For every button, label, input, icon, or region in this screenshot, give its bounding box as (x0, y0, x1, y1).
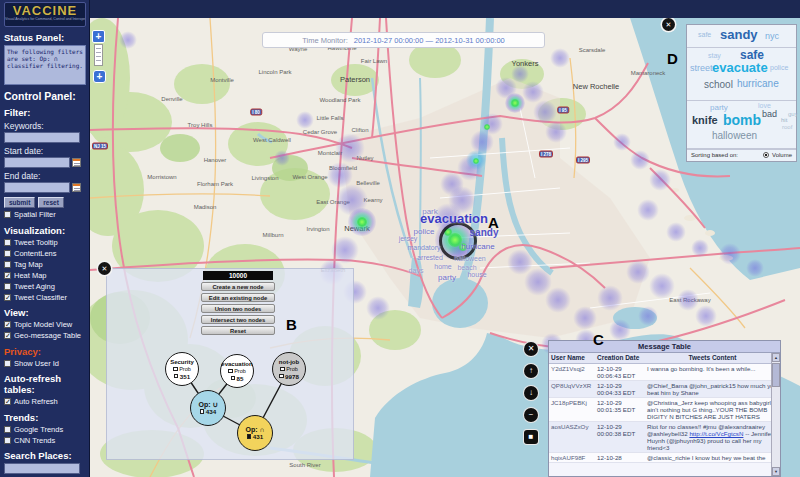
tagcloud-word-halloween[interactable]: halloween (712, 130, 757, 141)
node-select-checkbox[interactable] (200, 409, 205, 414)
geo-message-table-checkbox[interactable]: ✓ (4, 332, 11, 339)
viz-option-tweet-aging[interactable]: Tweet Aging (4, 282, 86, 292)
auto-refresh-checkbox[interactable]: ✓ (4, 398, 11, 405)
tagcloud-word-hurricane[interactable]: hurricane (737, 78, 779, 89)
table-row[interactable]: QP8UqVVzXR12-10-29 00:04:33 EDT@Chief_Ba… (549, 381, 780, 398)
scrollbar-thumb[interactable] (772, 363, 780, 387)
tagcloud-word-hit[interactable]: hit (781, 117, 787, 123)
keywords-input[interactable] (4, 132, 80, 143)
node-prob-checkbox[interactable] (228, 369, 233, 374)
view-option-topic-model-view[interactable]: ✓Topic Model View (4, 320, 86, 330)
message-table-title: Message Table (549, 341, 780, 353)
table-row[interactable]: aosUASZxOy12-10-29 00:00:38 EDTRiot for … (549, 422, 780, 453)
heat-map-checkbox[interactable]: ✓ (4, 272, 11, 279)
tagcloud-word-stay[interactable]: stay (708, 52, 721, 59)
table-row[interactable]: JC18pPEBKj12-10-29 00:01:35 EDT@Christin… (549, 398, 780, 422)
node-title: Op: ∩ (245, 426, 264, 433)
node-select-checkbox[interactable] (174, 374, 179, 379)
zoom-slider[interactable] (94, 44, 103, 66)
city-label: Florham Park (197, 181, 233, 187)
map-add-button[interactable]: + (93, 70, 106, 83)
tagcloud-word-roof[interactable]: roof (782, 124, 792, 130)
tweet-tooltip-checkbox[interactable] (4, 239, 11, 246)
cell-tweet-content: Riot for no classes!! #jmu @alexandraair… (645, 422, 780, 452)
viz-option-tweet-tooltip[interactable]: Tweet Tooltip (4, 238, 86, 248)
node-prob-checkbox[interactable] (173, 367, 178, 372)
node-select-checkbox[interactable] (247, 434, 252, 439)
tweet-link[interactable]: http://t.co/VcFgtcsN (689, 430, 743, 437)
zoom-in-button[interactable]: + (92, 30, 105, 43)
option-auto-refresh[interactable]: ✓Auto Refresh (4, 397, 86, 407)
sidebar: VACCINE Visual Analytics for Command, Co… (0, 0, 90, 477)
viz-option-tweet-classifier[interactable]: ✓Tweet Classifier (4, 293, 86, 303)
tweet-classifier-checkbox[interactable]: ✓ (4, 294, 11, 301)
search-places-input[interactable] (4, 463, 80, 474)
city-label: Madison (194, 204, 217, 210)
up-icon[interactable]: ↑ (524, 364, 538, 378)
topic-node-not-job[interactable]: not-jobProb9978 (272, 352, 306, 386)
start-date-input[interactable] (4, 157, 70, 168)
stop-icon[interactable]: ■ (524, 430, 538, 444)
trends-option-google-trends[interactable]: Google Trends (4, 425, 86, 435)
viz-option-tag-map[interactable]: Tag Map (4, 260, 86, 270)
tagcloud-word-evacuate[interactable]: evacuate (712, 60, 768, 75)
tagcloud-word-school[interactable]: school (704, 79, 733, 90)
privacy-option-show-user-id[interactable]: Show User Id (4, 359, 86, 369)
map-zoom-control[interactable]: + (92, 30, 105, 67)
contentlens-checkbox[interactable] (4, 250, 11, 257)
city-label: Paterson (340, 75, 370, 84)
tagcloud-word-guy[interactable]: guy (788, 111, 798, 117)
tweet-aging-checkbox[interactable] (4, 283, 11, 290)
city-label: Irvington (306, 226, 329, 232)
tagcloud-word-knife[interactable]: knife (692, 114, 718, 126)
scroll-up-icon[interactable]: ▲ (772, 353, 780, 362)
tagcloud-word-love[interactable]: love (758, 102, 771, 109)
node-select-checkbox[interactable] (231, 376, 236, 381)
highway-shield: I 80 (250, 109, 262, 116)
city-label: Woodland Park (320, 97, 361, 103)
option-spatial-filter[interactable]: Spatial Filter (4, 210, 86, 220)
calendar-icon[interactable] (72, 158, 81, 167)
submit-button[interactable]: submit (4, 197, 35, 208)
node-count: 434 (206, 408, 216, 415)
tagcloud-word-safe[interactable]: safe (698, 31, 711, 38)
table-row[interactable]: hqixAUF98F12-10-28@classic_richie I know… (549, 453, 780, 463)
map-tag-word: beach (457, 264, 476, 271)
calendar-icon[interactable] (72, 183, 81, 192)
topic-node-op[interactable]: Op: ∪434 (190, 390, 226, 426)
table-row[interactable]: Y2dZ1Vsqj212-10-29 00:06:43 EDTI wanna g… (549, 364, 780, 381)
topic-node-evacuation[interactable]: evacuationProb85 (220, 354, 254, 388)
topic-node-security[interactable]: SecurityProb351 (165, 352, 199, 386)
topic-model-view-checkbox[interactable]: ✓ (4, 321, 11, 328)
volume-radio[interactable] (763, 152, 769, 158)
tagcloud-word-bad[interactable]: bad (762, 109, 777, 119)
tagcloud-word-sandy[interactable]: sandy (720, 27, 758, 42)
close-icon[interactable]: ✕ (524, 342, 538, 356)
topic-close-button[interactable]: ✕ (98, 262, 111, 275)
google-trends-checkbox[interactable] (4, 426, 11, 433)
down-icon[interactable]: ↓ (524, 386, 538, 400)
end-date-input[interactable] (4, 182, 70, 193)
topic-node-op[interactable]: Op: ∩431 (237, 415, 273, 451)
cnn-trends-checkbox[interactable] (4, 437, 11, 444)
map-canvas[interactable]: PatersonFair LawnHawthorneWayneYonkersSc… (90, 18, 800, 477)
scroll-down-icon[interactable]: ▼ (772, 467, 780, 476)
reset-button[interactable]: reset (38, 197, 64, 208)
trends-option-cnn-trends[interactable]: CNN Trends (4, 436, 86, 446)
view-option-geo-message-table[interactable]: ✓Geo-message Table (4, 331, 86, 341)
viz-option-heat-map[interactable]: ✓Heat Map (4, 271, 86, 281)
tagcloud-word-party[interactable]: party (710, 103, 728, 112)
spatial-filter-checkbox[interactable] (4, 211, 11, 218)
tagcloud-close-button[interactable]: ✕ (662, 18, 675, 31)
tagcloud-word-street[interactable]: street (690, 63, 713, 73)
node-prob-checkbox[interactable] (280, 367, 285, 372)
tagcloud-word-bomb[interactable]: bomb (723, 112, 761, 128)
node-select-checkbox[interactable] (279, 374, 284, 379)
show-user-id-checkbox[interactable] (4, 360, 11, 367)
tag-map-checkbox[interactable] (4, 261, 11, 268)
tagcloud-word-nyc[interactable]: nyc (765, 31, 779, 41)
message-table-scrollbar[interactable]: ▲ ▼ (771, 353, 780, 476)
viz-option-contentlens[interactable]: ContentLens (4, 249, 86, 259)
tagcloud-word-police[interactable]: police (770, 64, 788, 71)
minus-icon[interactable]: − (524, 408, 538, 422)
